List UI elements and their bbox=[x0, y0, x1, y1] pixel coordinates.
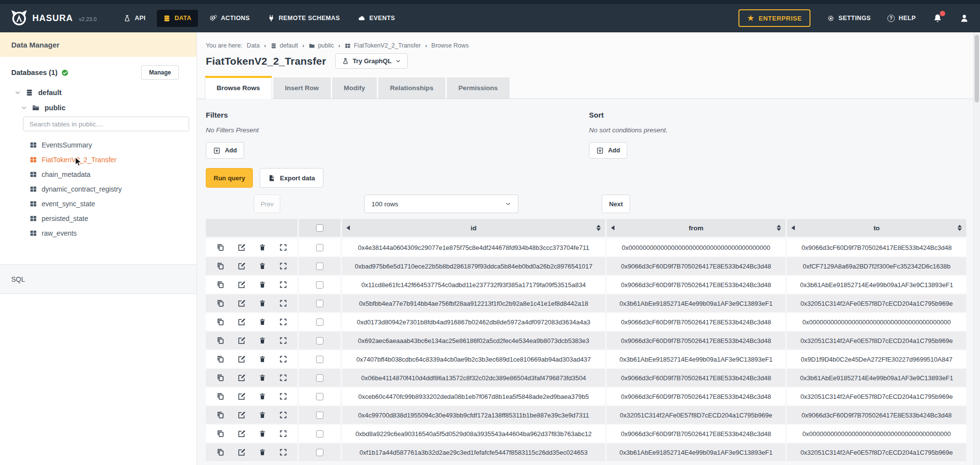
expand-row-icon[interactable] bbox=[279, 262, 287, 270]
row-checkbox[interactable] bbox=[316, 449, 323, 456]
nav-item-remote-schemas[interactable]: REMOTE SCHEMAS bbox=[261, 10, 346, 27]
row-checkbox[interactable] bbox=[316, 263, 323, 270]
cell-from[interactable]: 0x00000000000000000000000000000000000000… bbox=[607, 239, 787, 256]
next-page-button[interactable]: Next bbox=[602, 195, 630, 213]
copy-row-icon[interactable] bbox=[217, 318, 224, 326]
cell-id[interactable]: 0x06be4114870f410d4ddf86a13572c8f32c02dc… bbox=[342, 369, 607, 387]
cell-to[interactable]: 0x32051C314f2AFe0E57f8D7cECD204a1C795b96… bbox=[787, 388, 966, 405]
chevron-down-icon[interactable] bbox=[15, 90, 21, 96]
tab-browse-rows[interactable]: Browse Rows bbox=[205, 76, 272, 99]
cell-id[interactable]: 0x5bfbb4ea77e7b914bb4ae756fbf28aa912213f… bbox=[342, 294, 607, 312]
edit-row-icon[interactable] bbox=[238, 392, 245, 400]
vertical-scrollbar[interactable] bbox=[973, 32, 980, 465]
column-header-from[interactable]: from bbox=[607, 219, 787, 237]
cell-id[interactable]: 0xbad975b6e5d1710ece22b5b8bd2861879f93dd… bbox=[342, 257, 607, 275]
column-header-to[interactable]: to bbox=[787, 219, 966, 237]
add-filter-button[interactable]: Add bbox=[206, 142, 244, 159]
cell-to[interactable]: 0x00000000000000000000000000000000000000… bbox=[787, 425, 966, 442]
collapse-column-icon[interactable] bbox=[791, 225, 795, 230]
row-checkbox[interactable] bbox=[316, 300, 323, 307]
delete-row-icon[interactable] bbox=[259, 244, 266, 251]
expand-row-icon[interactable] bbox=[279, 244, 287, 251]
search-tables-input[interactable] bbox=[23, 117, 189, 131]
enterprise-button[interactable]: ★ ENTERPRISE bbox=[738, 9, 810, 27]
sidebar-table-raw-events[interactable]: raw_events bbox=[0, 226, 196, 241]
row-checkbox[interactable] bbox=[316, 244, 323, 251]
notifications-button[interactable] bbox=[932, 13, 943, 24]
edit-row-icon[interactable] bbox=[238, 281, 245, 289]
copy-row-icon[interactable] bbox=[217, 448, 224, 456]
delete-row-icon[interactable] bbox=[259, 262, 266, 270]
copy-row-icon[interactable] bbox=[217, 281, 224, 289]
delete-row-icon[interactable] bbox=[259, 318, 266, 326]
chevron-down-icon[interactable] bbox=[21, 105, 27, 111]
edit-row-icon[interactable] bbox=[238, 262, 245, 270]
copy-row-icon[interactable] bbox=[217, 374, 224, 382]
cell-from[interactable]: 0x9066d3cF60D9f7B705026417E8E533b424Bc3d… bbox=[607, 276, 787, 294]
cell-from[interactable]: 0x9066d3cF60D9f7B705026417E8E533b424Bc3d… bbox=[607, 425, 787, 442]
sort-column-icon[interactable] bbox=[596, 225, 601, 231]
page-size-select[interactable]: 100 rows bbox=[364, 195, 518, 213]
breadcrumb-browse-rows[interactable]: Browse Rows bbox=[431, 42, 468, 49]
nav-item-data[interactable]: DATA bbox=[157, 10, 197, 27]
prev-page-button[interactable]: Prev bbox=[254, 195, 280, 213]
delete-row-icon[interactable] bbox=[259, 355, 266, 363]
row-checkbox[interactable] bbox=[316, 337, 323, 344]
delete-row-icon[interactable] bbox=[259, 281, 266, 289]
cell-from[interactable]: 0x3b61AbEe91852714E4e99b09a1AF3e9C13893e… bbox=[607, 294, 787, 312]
edit-row-icon[interactable] bbox=[238, 411, 245, 419]
expand-row-icon[interactable] bbox=[279, 318, 287, 326]
breadcrumb-table[interactable]: FiatTokenV2_2_Transfer bbox=[344, 42, 420, 49]
cell-from[interactable]: 0x9066d3cF60D9f7B705026417E8E533b424Bc3d… bbox=[607, 369, 787, 387]
expand-row-icon[interactable] bbox=[279, 392, 287, 400]
cell-id[interactable]: 0x7407bff4b038cdbc64c8339a4cb0ae9b2c3b3e… bbox=[342, 350, 607, 368]
cell-id[interactable]: 0x4e38144a0604309c29077e1e875f75c8e4df24… bbox=[342, 239, 607, 256]
copy-row-icon[interactable] bbox=[217, 337, 224, 344]
copy-row-icon[interactable] bbox=[217, 244, 224, 251]
row-checkbox[interactable] bbox=[316, 374, 323, 382]
expand-row-icon[interactable] bbox=[279, 281, 287, 289]
cell-to[interactable]: 0x32051C314f2AFe0E57f8D7cECD204a1C795b96… bbox=[787, 294, 966, 312]
row-checkbox[interactable] bbox=[316, 281, 323, 289]
delete-row-icon[interactable] bbox=[259, 337, 266, 344]
cell-to[interactable]: 0x32051C314f2AFe0E57f8D7cECD204a1C795b96… bbox=[787, 332, 966, 349]
sql-section-header[interactable]: SQL bbox=[0, 265, 196, 294]
cell-to[interactable]: 0x9066d3cF60D9f7B705026417E8E533b424Bc3d… bbox=[787, 406, 966, 424]
expand-row-icon[interactable] bbox=[279, 337, 287, 344]
delete-row-icon[interactable] bbox=[259, 411, 266, 419]
sidebar-schema-public[interactable]: public bbox=[21, 104, 196, 112]
delete-row-icon[interactable] bbox=[259, 374, 266, 382]
delete-row-icon[interactable] bbox=[259, 448, 266, 456]
user-menu-button[interactable] bbox=[959, 13, 969, 23]
expand-row-icon[interactable] bbox=[279, 374, 287, 382]
run-query-button[interactable]: Run query bbox=[206, 168, 253, 188]
export-data-button[interactable]: Export data bbox=[260, 168, 323, 188]
edit-row-icon[interactable] bbox=[238, 355, 245, 363]
add-sort-button[interactable]: Add bbox=[589, 142, 627, 159]
nav-item-actions[interactable]: ACTIONS bbox=[203, 9, 256, 27]
cell-from[interactable]: 0x9066d3cF60D9f7B705026417E8E533b424Bc3d… bbox=[607, 257, 787, 275]
column-header-id[interactable]: id bbox=[342, 219, 607, 237]
cell-id[interactable]: 0x692aec6aeaaab43bc6e134ac25e86186f02a5c… bbox=[342, 332, 607, 349]
cell-to[interactable]: 0x32051C314f2AFe0E57f8D7cECD204a1C795b96… bbox=[787, 443, 966, 461]
edit-row-icon[interactable] bbox=[238, 244, 245, 251]
expand-row-icon[interactable] bbox=[279, 355, 287, 363]
tab-relationships[interactable]: Relationships bbox=[378, 77, 445, 98]
cell-id[interactable]: 0xceb60c4470fc99b8933202deda08b1eb7f067d… bbox=[342, 388, 607, 405]
manage-button[interactable]: Manage bbox=[141, 65, 179, 80]
cell-id[interactable]: 0x4c99700d838d1955094c30e493bb9cfdf172a1… bbox=[342, 406, 607, 424]
sidebar-table-eventssummary[interactable]: EventsSummary bbox=[0, 138, 196, 152]
tab-insert-row[interactable]: Insert Row bbox=[273, 77, 331, 98]
cell-from[interactable]: 0x9066d3cF60D9f7B705026417E8E533b424Bc3d… bbox=[607, 313, 787, 331]
tab-modify[interactable]: Modify bbox=[332, 77, 377, 98]
breadcrumb-public[interactable]: public bbox=[309, 42, 334, 49]
expand-row-icon[interactable] bbox=[279, 411, 287, 419]
edit-row-icon[interactable] bbox=[238, 374, 245, 382]
cell-to[interactable]: 0x9066d3cF60D9f7B705026417E8E533b424Bc3d… bbox=[787, 239, 966, 256]
row-checkbox[interactable] bbox=[316, 393, 323, 400]
cell-to[interactable]: 0x00000000000000000000000000000000000000… bbox=[787, 313, 966, 331]
cell-from[interactable]: 0x3b61AbEe91852714E4e99b09a1AF3e9C13893e… bbox=[607, 350, 787, 368]
row-checkbox[interactable] bbox=[316, 356, 323, 363]
cell-from[interactable]: 0x32051C314f2AFe0E57f8D7cECD204a1C795b96… bbox=[607, 406, 787, 424]
delete-row-icon[interactable] bbox=[259, 392, 266, 400]
